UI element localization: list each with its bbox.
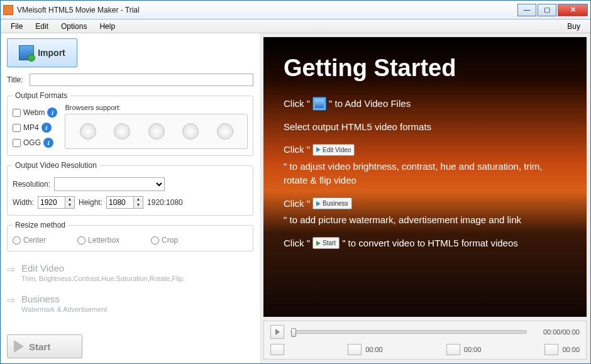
resolution-label: Resolution: bbox=[13, 180, 50, 189]
browser-chrome-icon bbox=[182, 123, 199, 140]
width-input[interactable] bbox=[38, 196, 65, 209]
preview-text: " to Add Video Files bbox=[329, 97, 411, 111]
mark-out-button[interactable] bbox=[544, 344, 558, 355]
import-label: Import bbox=[38, 48, 65, 58]
preview-text: Click " bbox=[284, 197, 310, 211]
title-label: Title: bbox=[7, 75, 26, 84]
webm-checkbox[interactable] bbox=[13, 109, 21, 117]
output-formats-group: Output Formats Webmi MP4i OGGi Browsers … bbox=[7, 91, 253, 156]
mark-mid-button[interactable] bbox=[446, 344, 460, 355]
chip-edit-video: Edit Video bbox=[312, 144, 355, 156]
preview-text: Select output HTML5 video formats bbox=[284, 120, 431, 135]
resize-center-label: Center bbox=[23, 236, 46, 245]
business-section[interactable]: ⇨ Business Watermark & Advertisement bbox=[7, 294, 253, 313]
maximize-button[interactable]: ▢ bbox=[538, 4, 556, 16]
player-controls: 00:00/00:00 00:00 00:00 00:00 bbox=[263, 321, 587, 360]
menu-file[interactable]: File bbox=[4, 21, 29, 32]
output-formats-legend: Output Formats bbox=[13, 91, 70, 100]
resize-crop-label: Crop bbox=[162, 236, 178, 245]
webm-label: Webm bbox=[23, 108, 45, 117]
edit-video-desc: Trim, Brightness,Contrast,Hue,Saturation… bbox=[21, 275, 185, 282]
preview-text: " to add picture watermark, advertisemen… bbox=[284, 213, 521, 228]
info-icon[interactable]: i bbox=[47, 108, 57, 118]
preview-heading: Getting Started bbox=[284, 55, 566, 82]
output-resolution-legend: Output Video Resolution bbox=[13, 161, 99, 170]
ogg-checkbox[interactable] bbox=[13, 139, 21, 147]
mp4-checkbox[interactable] bbox=[13, 124, 21, 132]
resize-letterbox-radio[interactable] bbox=[77, 236, 86, 245]
play-icon bbox=[275, 329, 280, 335]
close-button[interactable]: ✕ bbox=[558, 4, 588, 16]
info-icon[interactable]: i bbox=[41, 123, 52, 133]
app-icon bbox=[3, 5, 13, 15]
business-desc: Watermark & Advertisement bbox=[21, 306, 108, 313]
arrow-right-icon: ⇨ bbox=[7, 263, 15, 275]
preview-text: Click " bbox=[284, 97, 310, 111]
menu-help[interactable]: Help bbox=[93, 21, 121, 32]
play-button[interactable] bbox=[270, 325, 284, 339]
info-icon[interactable]: i bbox=[43, 138, 53, 148]
output-resolution-group: Output Video Resolution Resolution: Widt… bbox=[7, 161, 253, 216]
titlebar: VMeisoft HTML5 Movie Maker - Trial — ▢ ✕ bbox=[1, 1, 590, 19]
mark-in-button[interactable] bbox=[348, 344, 362, 355]
mp4-label: MP4 bbox=[23, 123, 39, 132]
height-stepper[interactable]: ▲▼ bbox=[134, 196, 143, 209]
slider-thumb[interactable] bbox=[291, 328, 296, 337]
mark-out-time: 00:00 bbox=[562, 346, 580, 353]
browsers-support-label: Browsers support: bbox=[65, 104, 248, 111]
browser-opera-icon bbox=[217, 123, 233, 140]
preview-text: Click " bbox=[284, 143, 310, 157]
menu-edit[interactable]: Edit bbox=[29, 21, 55, 32]
resize-crop-radio[interactable] bbox=[151, 236, 159, 245]
snapshot-button[interactable] bbox=[270, 344, 284, 355]
chip-start: Start bbox=[312, 237, 340, 249]
resize-method-group: Resize method Center Letterbox Crop bbox=[7, 221, 253, 251]
preview-text: " to adjust video brightness, contrast, … bbox=[284, 160, 566, 188]
chip-import-icon bbox=[312, 97, 326, 111]
width-stepper[interactable]: ▲▼ bbox=[65, 196, 75, 209]
play-icon bbox=[14, 340, 24, 353]
app-window: VMeisoft HTML5 Movie Maker - Trial — ▢ ✕… bbox=[0, 0, 591, 364]
menubar: File Edit Options Help Buy bbox=[1, 19, 590, 33]
chip-business: Business bbox=[312, 197, 352, 209]
mark-mid-time: 00:00 bbox=[464, 346, 482, 353]
business-title: Business bbox=[21, 294, 108, 304]
import-button[interactable]: Import bbox=[7, 38, 77, 67]
minimize-button[interactable]: — bbox=[517, 4, 536, 16]
start-button[interactable]: Start bbox=[7, 334, 82, 358]
height-input[interactable] bbox=[106, 196, 134, 209]
width-label: Width: bbox=[13, 198, 34, 207]
resize-center-radio[interactable] bbox=[13, 236, 21, 245]
resolution-select[interactable] bbox=[54, 177, 165, 191]
start-label: Start bbox=[29, 341, 50, 352]
preview-text: Click " bbox=[284, 236, 310, 251]
edit-video-title: Edit Video bbox=[21, 263, 185, 273]
height-label: Height: bbox=[79, 198, 102, 207]
seek-slider[interactable] bbox=[290, 330, 527, 334]
ogg-label: OGG bbox=[23, 138, 41, 147]
settings-panel: Import Title: Output Formats Webmi MP4i … bbox=[1, 33, 260, 363]
edit-video-section[interactable]: ⇨ Edit Video Trim, Brightness,Contrast,H… bbox=[7, 263, 253, 282]
resize-letterbox-label: Letterbox bbox=[88, 236, 119, 245]
menu-buy[interactable]: Buy bbox=[561, 21, 587, 32]
mark-in-time: 00:00 bbox=[365, 346, 383, 353]
browser-firefox-icon bbox=[114, 123, 130, 140]
title-input[interactable] bbox=[30, 74, 253, 86]
resize-method-legend: Resize method bbox=[13, 221, 68, 229]
menu-options[interactable]: Options bbox=[55, 21, 93, 32]
preview-text: " to convert video to HTML5 format video… bbox=[342, 236, 518, 251]
resolution-display: 1920:1080 bbox=[147, 198, 183, 207]
window-title: VMeisoft HTML5 Movie Maker - Trial bbox=[17, 6, 517, 14]
browser-ie-icon bbox=[80, 123, 96, 140]
browsers-support-box bbox=[65, 114, 248, 149]
preview-panel: Getting Started Click " " to Add Video F… bbox=[260, 33, 590, 363]
arrow-right-icon: ⇨ bbox=[7, 294, 15, 306]
browser-safari-icon bbox=[148, 123, 165, 140]
timecode: 00:00/00:00 bbox=[533, 328, 580, 336]
preview-area: Getting Started Click " " to Add Video F… bbox=[263, 37, 587, 317]
import-icon bbox=[19, 45, 34, 60]
